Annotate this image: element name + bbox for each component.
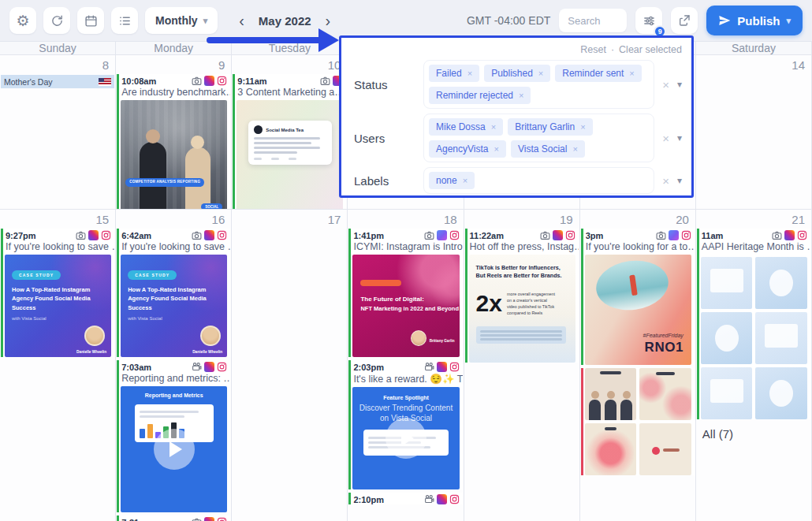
- camera-icon: [424, 230, 434, 240]
- chevron-down-icon[interactable]: ▾: [677, 175, 682, 186]
- user-chip[interactable]: Vista Social×: [511, 140, 585, 158]
- instagram-icon: [449, 230, 460, 240]
- day-cell-20[interactable]: 20 3pm If you're looking for a to… #Feat: [580, 210, 696, 521]
- remove-chip-icon[interactable]: ×: [538, 69, 543, 78]
- instagram-icon: [449, 494, 460, 504]
- remove-chip-icon[interactable]: ×: [494, 144, 499, 154]
- paper-plane-icon: [718, 14, 731, 27]
- toolbar-right: GMT -04:00 EDT 9 Publish ▾: [467, 6, 803, 35]
- holiday-event[interactable]: Mother's Day: [1, 75, 114, 88]
- post-time: 11:22am: [470, 231, 504, 240]
- clear-field-icon[interactable]: ×: [662, 132, 669, 145]
- camera-icon: [320, 76, 330, 86]
- scheduled-post[interactable]: 9:27pm If you're looking to save … CASE …: [1, 229, 114, 357]
- post-network-icons: [192, 362, 227, 372]
- remove-chip-icon[interactable]: ×: [629, 69, 634, 78]
- scheduled-post[interactable]: 9:11am 3 Content Marketing a… Social Med…: [233, 74, 346, 209]
- scheduled-post[interactable]: 11:22am Hot off the press, Instag… TikTo…: [465, 229, 579, 363]
- post-network-icons: [424, 362, 460, 372]
- scheduled-post[interactable]: 1:41pm ICYMI: Instagram is Intro… The Fu…: [348, 229, 462, 357]
- play-icon: [169, 441, 182, 457]
- user-chip[interactable]: Brittany Garlin×: [508, 118, 592, 136]
- status-chip[interactable]: Reminder sent×: [555, 65, 641, 82]
- day-cell-17[interactable]: 17: [232, 210, 348, 521]
- publish-button[interactable]: Publish ▾: [706, 6, 803, 35]
- day-cell-10[interactable]: 10 9:11am 3 Content Marketing a…: [232, 55, 348, 209]
- post-time: 11am: [702, 231, 724, 240]
- chevron-down-icon[interactable]: ▾: [677, 132, 682, 143]
- scheduled-post[interactable]: 2:03pm It's like a reward. 😌✨ T… Feature…: [348, 360, 462, 489]
- day-cell-8[interactable]: 8 Mother's Day: [0, 55, 116, 209]
- post-time: 9:27pm: [6, 231, 36, 240]
- reset-link[interactable]: Reset: [580, 44, 606, 55]
- thumbnail-title: How A Top-Rated Instagram Agency Found S…: [128, 285, 221, 312]
- users-label: Users: [354, 132, 423, 145]
- users-multiselect[interactable]: Mike Dossa× Brittany Garlin× AgencyVista…: [423, 114, 654, 162]
- remove-chip-icon[interactable]: ×: [572, 144, 577, 154]
- post-thumbnail: CASE STUDY How A Top-Rated Instagram Age…: [5, 255, 111, 357]
- user-chip[interactable]: AgencyVista×: [429, 140, 506, 158]
- remove-chip-icon[interactable]: ×: [580, 122, 585, 132]
- day-cell-18[interactable]: 18 1:41pm ICYMI: Instagram is Intro… The: [348, 210, 464, 521]
- scheduled-post[interactable]: 3pm If you're looking for a to… #Feature…: [581, 229, 695, 365]
- prev-month-button[interactable]: ‹: [237, 13, 246, 28]
- post-time: 7:31am: [121, 518, 151, 521]
- profile-gradient-icon: [784, 230, 795, 240]
- day-cell-9[interactable]: 9 10:08am Are industry benchmark…: [116, 55, 232, 209]
- grid-image: [701, 257, 753, 309]
- grid-image: [755, 367, 807, 419]
- filter-popup: Reset · Clear selected Status Failed× Pu…: [339, 35, 694, 198]
- thumbnail-author: Danielle Wheelin: [76, 350, 106, 354]
- chevron-down-icon[interactable]: ▾: [677, 79, 682, 90]
- clear-field-icon[interactable]: ×: [662, 78, 669, 91]
- remove-chip-icon[interactable]: ×: [519, 91, 523, 100]
- list-view-button[interactable]: [111, 7, 138, 34]
- labels-multiselect[interactable]: none×: [423, 167, 654, 194]
- remove-chip-icon[interactable]: ×: [491, 122, 496, 132]
- label-chip[interactable]: none×: [429, 172, 475, 189]
- scheduled-post[interactable]: 10:08am Are industry benchmark… COMPETIT…: [117, 74, 230, 209]
- post-title: Are industry benchmark…: [119, 86, 230, 100]
- publish-label: Publish: [737, 14, 780, 28]
- user-chip[interactable]: Mike Dossa×: [429, 118, 503, 136]
- status-multiselect[interactable]: Failed× Published× Reminder sent× Remind…: [423, 60, 654, 109]
- scheduled-post[interactable]: 2:10pm: [348, 493, 462, 504]
- queue-button[interactable]: 9: [635, 7, 662, 34]
- scheduled-post[interactable]: 6:42am If you're looking to save … CASE …: [117, 229, 230, 357]
- day-cell-21[interactable]: 21 11am AAPI Heritage Month is …: [696, 210, 812, 521]
- next-month-button[interactable]: ›: [324, 13, 333, 28]
- scheduled-post[interactable]: 7:03am Reporting and metrics: … Reportin…: [117, 360, 230, 512]
- chevron-down-icon: ▾: [203, 16, 208, 26]
- camera-icon: [656, 230, 666, 240]
- thumbnail-title: The Future of Digital:: [360, 296, 459, 303]
- gear-icon: ⚙: [16, 13, 29, 28]
- remove-chip-icon[interactable]: ×: [463, 176, 467, 185]
- instagram-icon: [681, 230, 691, 240]
- scheduled-post[interactable]: 7:31am: [117, 515, 230, 521]
- view-mode-dropdown[interactable]: Monthly ▾: [145, 7, 218, 34]
- post-network-icons: [656, 230, 691, 240]
- day-cell-19[interactable]: 19 11:22am Hot off the press, Instag… Ti…: [464, 210, 580, 521]
- remove-chip-icon[interactable]: ×: [467, 69, 472, 78]
- status-chip[interactable]: Failed×: [429, 65, 479, 82]
- day-cell-15[interactable]: 15 9:27pm If you're looking to save … CA…: [0, 210, 116, 521]
- clear-selected-link[interactable]: Clear selected: [619, 44, 682, 55]
- search-input[interactable]: [559, 9, 627, 32]
- settings-button[interactable]: ⚙: [9, 7, 36, 34]
- thumbnail-subtitle: with Vista Social: [12, 316, 105, 321]
- camera-icon: [192, 76, 202, 86]
- clear-field-icon[interactable]: ×: [662, 174, 669, 188]
- day-cell-14[interactable]: 14: [696, 55, 812, 209]
- view-mode-label: Monthly: [155, 14, 198, 27]
- scheduled-post[interactable]: 11am AAPI Heritage Month is …: [697, 229, 810, 419]
- day-cell-16[interactable]: 16 6:42am If you're looking to save … CA…: [116, 210, 232, 521]
- calendar-view-button[interactable]: [77, 7, 104, 34]
- export-button[interactable]: [671, 7, 698, 34]
- refresh-button[interactable]: [43, 7, 70, 34]
- show-all-link[interactable]: All (7): [702, 427, 811, 441]
- status-chip[interactable]: Published×: [484, 65, 550, 82]
- status-chip[interactable]: Reminder rejected×: [429, 87, 531, 104]
- date-number: 16: [212, 213, 225, 226]
- status-label: Status: [354, 78, 423, 91]
- scheduled-post[interactable]: [581, 368, 695, 475]
